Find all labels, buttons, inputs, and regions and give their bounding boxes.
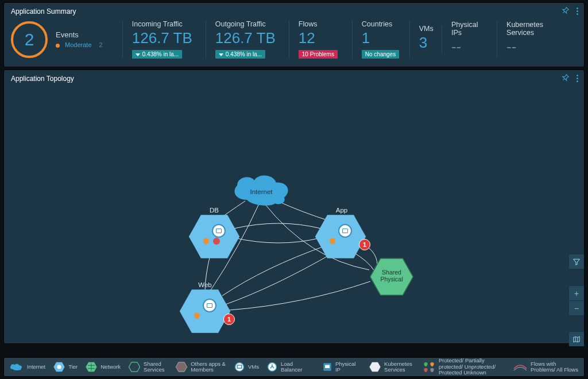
vm-icon (338, 224, 352, 238)
physical-ips-metric: Physical IPs -- (442, 21, 497, 58)
tier-hex-icon (53, 362, 65, 372)
shield-icon (192, 311, 202, 320)
problem-count-badge: 1 (359, 239, 370, 250)
countries-value: 1 (362, 29, 400, 47)
flows-value: 12 (299, 29, 343, 47)
k8s-metric: Kubernetes Services -- (497, 21, 577, 58)
pips-value: -- (451, 38, 488, 56)
app-summary-title: Application Summary (4, 3, 584, 18)
web-node[interactable]: 1 (179, 288, 231, 334)
legend-k8s: Kubernetes Services (369, 361, 415, 373)
svg-point-11 (268, 363, 276, 372)
db-node[interactable] (188, 214, 241, 260)
problem-count-badge: 1 (223, 314, 235, 325)
outgoing-traffic-metric: Outgoing Traffic 126.7 TB 0.438% in la..… (206, 20, 289, 59)
web-label: Web (182, 281, 228, 288)
flows-badge: 10 Problems (299, 50, 338, 59)
k8s-hex-icon (369, 362, 381, 372)
flows-label: Flows (299, 20, 343, 28)
shared-physical-node[interactable]: Shared Physical (369, 257, 414, 296)
events-moderate[interactable]: Moderate 2 (56, 41, 103, 48)
vms-metric: VMs 3 (410, 25, 442, 54)
lb-circle-icon (267, 362, 277, 372)
cloud-icon (9, 362, 24, 372)
vms-value: 3 (419, 34, 432, 52)
events-label: Events (56, 30, 103, 39)
legend-bar: Internet Tier Network Shared Services Ot… (3, 357, 585, 377)
network-hex-icon (86, 362, 97, 372)
svg-point-5 (57, 365, 61, 369)
pip-square-icon (323, 362, 332, 372)
svg-point-9 (235, 363, 243, 372)
legend-others: Others apps & Members (176, 361, 226, 373)
legend-tier: Tier (53, 362, 78, 372)
legend-pip: Physical IP (323, 361, 361, 373)
svg-marker-2 (180, 289, 230, 332)
protected-shields-icon (423, 362, 435, 373)
app-node[interactable]: 1 (314, 214, 367, 260)
error-dot-icon (213, 238, 220, 245)
incoming-label: Incoming Traffic (132, 20, 196, 28)
vms-label: VMs (419, 25, 432, 33)
shield-icon (202, 237, 211, 246)
events-metric: 2 Events Moderate 2 (11, 21, 123, 58)
pin-icon[interactable] (562, 6, 570, 16)
k8s-label: Kubernetes Services (506, 21, 568, 37)
legend-vms: VMs (234, 362, 259, 372)
down-triangle-icon (136, 53, 140, 56)
more-icon[interactable] (577, 75, 578, 82)
moderate-count: 2 (99, 41, 103, 48)
pips-label: Physical IPs (451, 21, 488, 37)
outgoing-label: Outgoing Traffic (215, 20, 280, 28)
shared-hex-icon (129, 362, 140, 372)
moderate-label: Moderate (65, 41, 91, 48)
svg-marker-1 (315, 215, 366, 258)
legend-flows: Flows with Problems/ All Flows (513, 361, 579, 373)
others-hex-icon (176, 362, 187, 372)
outgoing-value: 126.7 TB (215, 29, 280, 47)
moderate-dot-icon (56, 44, 60, 48)
incoming-value: 126.7 TB (132, 29, 196, 47)
legend-shared: Shared Services (129, 361, 168, 373)
svg-marker-0 (189, 215, 239, 258)
svg-marker-14 (370, 362, 381, 372)
svg-marker-7 (129, 362, 140, 372)
app-topology-panel: Application Topology + − (3, 69, 585, 344)
vm-icon (203, 299, 216, 312)
k8s-value: -- (506, 38, 568, 56)
db-label: DB (191, 207, 237, 214)
app-summary-panel: Application Summary 2 Events Moderate 2 … (3, 2, 585, 67)
down-triangle-icon (219, 53, 223, 56)
outgoing-badge: 0.438% in la... (215, 50, 265, 59)
app-topology-title: Application Topology (4, 70, 584, 85)
svg-rect-13 (325, 365, 330, 368)
events-ring: 2 (11, 21, 48, 58)
internet-label: Internet (238, 188, 284, 195)
shield-icon (328, 237, 337, 246)
vm-icon (212, 224, 226, 238)
countries-label: Countries (362, 20, 400, 28)
shared-label: Shared Physical (376, 269, 407, 283)
legend-internet: Internet (9, 362, 45, 372)
internet-node[interactable]: Internet (227, 171, 296, 210)
legend-protected: Protected/ Partially protected/ Unprotec… (423, 358, 505, 376)
more-icon[interactable] (577, 7, 578, 15)
app-label: App (319, 207, 365, 214)
flows-curve-icon (513, 363, 527, 371)
vm-circle-icon (234, 362, 245, 372)
pin-icon[interactable] (562, 74, 570, 83)
incoming-traffic-metric: Incoming Traffic 126.7 TB 0.438% in la..… (123, 20, 206, 59)
incoming-badge: 0.438% in la... (132, 50, 182, 59)
legend-lb: Load Balancer (267, 361, 315, 373)
flows-metric: Flows 12 10 Problems (289, 20, 353, 59)
legend-network: Network (86, 362, 121, 372)
countries-metric: Countries 1 No changes (353, 20, 410, 59)
svg-marker-8 (176, 362, 187, 372)
countries-badge: No changes (362, 50, 399, 59)
